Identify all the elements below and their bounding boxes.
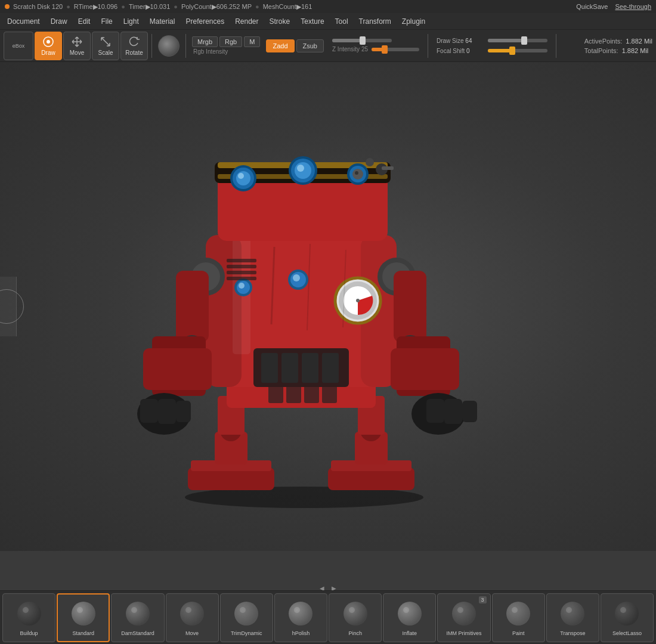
scratch-disk-label: Scratch Disk 120	[13, 3, 63, 10]
tool-move[interactable]: Move	[63, 32, 91, 60]
brush-label-inflate: Inflate	[403, 630, 417, 636]
brush-icon-paint	[504, 599, 533, 628]
svg-rect-26	[322, 353, 339, 383]
brush-icon-damstandard	[123, 599, 152, 628]
brush-btn-buildup[interactable]: Buildup	[2, 593, 55, 642]
tool-ebox[interactable]: eBox	[4, 32, 33, 60]
menu-item-render[interactable]: Render	[230, 16, 263, 27]
brush-btn-transpose[interactable]: Transpose	[546, 593, 599, 642]
draw-size-slider[interactable]	[488, 39, 547, 42]
brush-badge-immprimitives: 3	[479, 596, 487, 603]
svg-rect-15	[286, 385, 301, 403]
tool-draw[interactable]: Draw	[35, 32, 62, 60]
move-icon	[70, 35, 83, 48]
brush-btn-selectlasso[interactable]: SelectLasso	[601, 593, 654, 642]
svg-point-1	[47, 40, 50, 44]
zadd-button[interactable]: Zadd	[266, 39, 294, 52]
svg-point-91	[185, 607, 191, 613]
brush-label-standard: Standard	[73, 630, 95, 636]
bottom-brush-bar: Buildup Standard	[0, 590, 656, 644]
svg-point-105	[566, 607, 572, 613]
quicksave-button[interactable]: QuickSave	[576, 3, 608, 10]
m-button[interactable]: M	[244, 36, 260, 47]
svg-point-94	[289, 602, 312, 626]
svg-point-100	[452, 602, 476, 626]
focal-shift-slider[interactable]	[488, 49, 547, 52]
scroll-left-arrow[interactable]: ◀	[317, 585, 327, 590]
rtime-label: RTime▶10.096	[74, 3, 117, 11]
brush-btn-pinch[interactable]: Pinch	[329, 593, 382, 642]
brush-btn-hpolish[interactable]: hPolish	[274, 593, 327, 642]
menu-item-draw[interactable]: Draw	[46, 16, 72, 27]
mode-group: Mrgb Rgb M Rgb Intensity	[192, 36, 260, 55]
menu-bar: DocumentDrawEditFileLightMaterialPrefere…	[0, 13, 656, 30]
svg-point-64	[366, 158, 374, 166]
brush-label-selectlasso: SelectLasso	[612, 630, 642, 636]
svg-rect-80	[227, 277, 256, 280]
brush-btn-immprimitives[interactable]: IMM Primitives 3	[437, 593, 490, 642]
svg-point-98	[398, 602, 422, 626]
svg-point-58	[297, 165, 304, 172]
svg-rect-65	[382, 166, 394, 170]
menu-item-material[interactable]: Material	[145, 16, 180, 27]
svg-point-103	[512, 607, 518, 613]
brush-icon-selectlasso	[612, 599, 641, 628]
polycount-label: PolyCount▶606.252 MP	[181, 3, 252, 11]
rgb-intensity-slider[interactable]	[332, 39, 392, 42]
svg-point-62	[355, 171, 358, 175]
rgb-button[interactable]: Rgb	[219, 36, 242, 47]
menu-item-document[interactable]: Document	[2, 16, 45, 27]
move-label: Move	[70, 49, 84, 56]
brush-label-pinch: Pinch	[348, 630, 362, 636]
brush-btn-trimdynamic[interactable]: TrimDynamic	[220, 593, 273, 642]
z-intensity-label: Z Intensity 25	[332, 46, 368, 52]
mrgb-button[interactable]: Mrgb	[192, 36, 218, 47]
svg-rect-78	[227, 265, 256, 268]
brush-btn-damstandard[interactable]: DamStandard	[111, 593, 164, 642]
brush-label-move: Move	[185, 630, 199, 636]
svg-rect-44	[426, 399, 444, 423]
svg-rect-79	[227, 271, 256, 274]
menu-item-tool[interactable]: Tool	[330, 16, 353, 27]
brush-icon-trimdynamic	[232, 599, 261, 628]
menu-item-file[interactable]: File	[96, 16, 117, 27]
canvas-area[interactable]	[0, 62, 656, 551]
svg-point-68	[239, 283, 245, 289]
brush-preview[interactable]	[158, 35, 180, 57]
brush-btn-move[interactable]: Move	[166, 593, 219, 642]
brush-label-hpolish: hPolish	[292, 630, 310, 636]
draw-icon	[42, 35, 55, 48]
brush-icon-immprimitives	[450, 599, 478, 628]
brush-btn-paint[interactable]: Paint	[492, 593, 545, 642]
menu-item-stroke[interactable]: Stroke	[265, 16, 295, 27]
brush-btn-inflate[interactable]: Inflate	[383, 593, 436, 642]
svg-rect-23	[261, 353, 278, 383]
svg-point-95	[294, 607, 300, 613]
z-intensity-slider[interactable]	[372, 48, 419, 51]
menu-item-transform[interactable]: Transform	[354, 16, 396, 27]
svg-rect-24	[281, 353, 298, 383]
brush-label-transpose: Transpose	[560, 630, 585, 636]
seethrough-button[interactable]: See-through	[615, 3, 651, 10]
svg-point-87	[77, 607, 83, 613]
svg-rect-38	[140, 399, 158, 423]
menu-item-light[interactable]: Light	[119, 16, 144, 27]
tool-rotate[interactable]: Rotate	[120, 32, 148, 60]
toolbar-divider-3	[428, 34, 428, 58]
status-dot	[5, 4, 10, 9]
menu-item-texture[interactable]: Texture	[296, 16, 329, 27]
tool-scale[interactable]: Scale	[92, 32, 119, 60]
menu-item-edit[interactable]: Edit	[73, 16, 95, 27]
brush-icon-pinch	[341, 599, 370, 628]
svg-point-84	[17, 602, 41, 626]
scroll-right-arrow[interactable]: ▶	[329, 585, 339, 590]
bottom-scroll-controls: ◀ ▶	[317, 585, 339, 590]
svg-point-89	[131, 607, 137, 613]
brush-icon-inflate	[395, 599, 424, 628]
svg-rect-42	[391, 348, 459, 390]
menu-item-preferences[interactable]: Preferences	[181, 16, 229, 27]
brush-btn-standard[interactable]: Standard	[57, 593, 110, 642]
menu-item-zplugin[interactable]: Zplugin	[397, 16, 430, 27]
zsub-button[interactable]: Zsub	[296, 39, 324, 52]
draw-size-label: Draw Size 64	[437, 38, 484, 44]
